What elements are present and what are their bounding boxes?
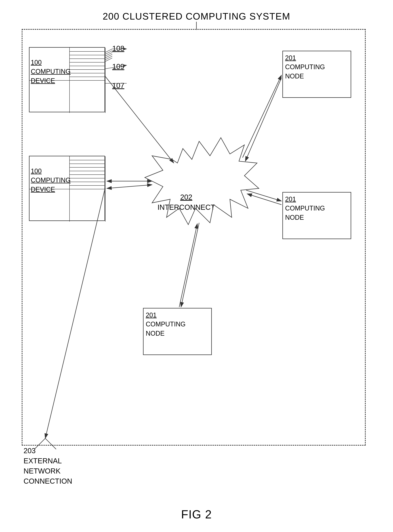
page: 200 CLUSTERED COMPUTING SYSTEM 100 COMPU… bbox=[0, 0, 393, 532]
device2-label: 100 COMPUTING DEVICE bbox=[31, 167, 71, 194]
device2-line1: COMPUTING bbox=[31, 176, 71, 185]
node1-line1: COMPUTING bbox=[285, 63, 325, 72]
ref-107: 107 bbox=[112, 81, 124, 90]
device2-line2: DEVICE bbox=[31, 185, 71, 194]
diagram-title: 200 CLUSTERED COMPUTING SYSTEM bbox=[103, 11, 290, 22]
node2-ref: 201 bbox=[285, 195, 325, 204]
interconnect-ref: 202 bbox=[157, 192, 215, 202]
ext-ref: 203 bbox=[24, 446, 72, 456]
node3-label: 201 COMPUTING NODE bbox=[146, 311, 186, 338]
node2-line2: NODE bbox=[285, 213, 325, 222]
ref-108: 108 bbox=[112, 44, 124, 53]
title-text: 200 CLUSTERED COMPUTING SYSTEM bbox=[103, 11, 290, 22]
interconnect-label: 202 INTERCONNECT bbox=[157, 192, 215, 212]
node3-ref: 201 bbox=[146, 311, 186, 320]
node2-label: 201 COMPUTING NODE bbox=[285, 195, 325, 222]
interconnect-text: INTERCONNECT bbox=[157, 202, 215, 212]
external-network-label: 203 EXTERNAL NETWORK CONNECTION bbox=[24, 446, 72, 486]
ext-line1: EXTERNAL bbox=[24, 456, 72, 466]
node1-line2: NODE bbox=[285, 72, 325, 81]
device1-line2: DEVICE bbox=[31, 76, 71, 85]
ref-109: 109 bbox=[112, 63, 124, 71]
device1-line1: COMPUTING bbox=[31, 67, 71, 76]
device1-label: 100 COMPUTING DEVICE bbox=[31, 58, 71, 85]
node1-label: 201 COMPUTING NODE bbox=[285, 53, 325, 81]
node3-line2: NODE bbox=[146, 329, 186, 338]
ext-line3: CONNECTION bbox=[24, 476, 72, 486]
node1-ref: 201 bbox=[285, 53, 325, 63]
node3-line1: COMPUTING bbox=[146, 320, 186, 329]
device2-ref: 100 bbox=[31, 167, 71, 176]
ext-line2: NETWORK bbox=[24, 466, 72, 476]
node2-line1: COMPUTING bbox=[285, 204, 325, 213]
fig-label: FIG 2 bbox=[181, 508, 212, 521]
device1-ref: 100 bbox=[31, 58, 71, 67]
